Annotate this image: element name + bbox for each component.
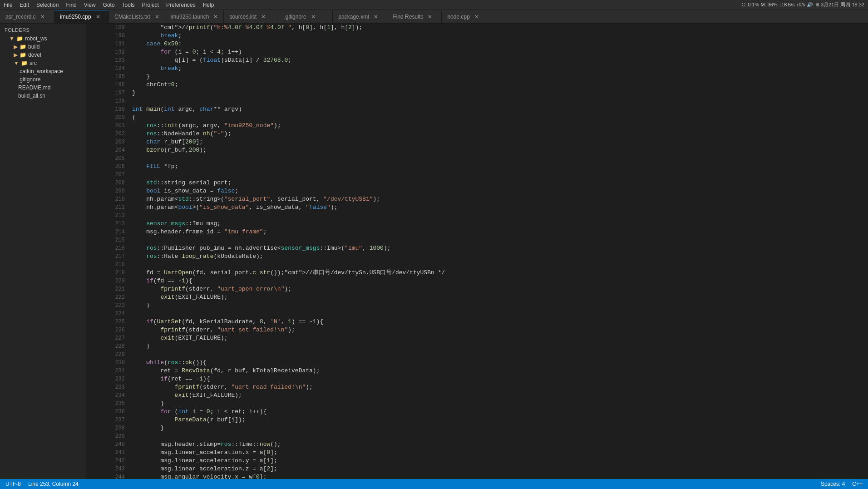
tab-find-results[interactable]: Find Results ✕ [387,10,442,23]
menu-selection[interactable]: Selection [36,2,59,8]
line-content[interactable]: ret = RecvData(fd, r_buf, kTotalReceiveD… [130,367,868,375]
tab-asr-record[interactable]: asr_record.c ✕ [0,10,54,23]
sidebar-file-gitignore[interactable]: .gitignore [0,75,86,84]
tab-close-node[interactable]: ✕ [474,14,479,20]
line-content[interactable]: q[i] = (float)sData[i] / 32768.0; [130,56,868,64]
line-content[interactable]: fprintf(stderr, "uart read failed!\n"); [130,383,868,391]
line-content[interactable]: exit(EXIT_FAILURE); [130,293,868,301]
menu-goto[interactable]: Goto [103,2,115,8]
code-scroll[interactable]: 189 "cmt">//printf("h:%4.0f %4.0f %4.0f … [86,24,868,479]
line-content[interactable]: ParseData(r_buf[i]); [130,416,868,424]
line-content[interactable]: if(ret == -1){ [130,375,868,383]
sidebar-file-catkin[interactable]: .catkin_workspace [0,67,86,75]
sidebar-file-readme[interactable]: README.md [0,84,86,92]
line-content[interactable]: msg.header.frame_id = "imu_frame"; [130,228,868,236]
line-content[interactable]: break; [130,64,868,73]
menu-find[interactable]: Find [66,2,76,8]
tab-cmakelists[interactable]: CMakeLists.txt ✕ [109,10,165,23]
line-content[interactable]: msg.linear_acceleration.x = a[0]; [130,449,868,457]
line-content[interactable]: chrCnt=0; [130,81,868,89]
folder-icon: 📁 [16,35,23,42]
line-content[interactable]: nh.param<std::string>("serial_port", ser… [130,195,868,203]
line-content[interactable]: { [130,114,868,122]
line-content[interactable]: sensor_msgs::Imu msg; [130,220,868,228]
tab-close-find[interactable]: ✕ [428,14,432,20]
menu-file[interactable]: File [4,2,12,8]
line-content[interactable]: msg.angular_velocity.x = w[0]; [130,473,868,479]
line-content[interactable]: msg.linear_acceleration.z = a[2]; [130,465,868,473]
tab-gitignore[interactable]: .gitignore ✕ [278,10,333,23]
line-content[interactable]: std::string serial_port; [130,179,868,187]
line-content[interactable]: } [130,73,868,81]
line-content[interactable]: ros::Publisher pub_imu = nh.advertise<se… [130,244,868,252]
line-content[interactable]: case 0x59: [130,40,868,48]
line-content[interactable]: bzero(r_buf,200); [130,146,868,154]
line-content[interactable]: nh.param<bool>("is_show_data", is_show_d… [130,203,868,212]
line-content[interactable]: for (i = 0; i < 4; i++) [130,48,868,56]
line-content[interactable]: fprintf(stderr, "uart_open error\n"); [130,285,868,293]
tab-sources-list[interactable]: sources.list ✕ [224,10,278,23]
line-content[interactable]: FILE *fp; [130,163,868,171]
line-content[interactable]: fd = UartOpen(fd, serial_port.c_str());"… [130,269,868,277]
menu-preferences[interactable]: Preferences [166,2,196,8]
line-content[interactable]: exit(EXIT_FAILURE); [130,391,868,400]
tab-close-package[interactable]: ✕ [374,14,378,20]
line-content[interactable]: while(ros::ok()){ [130,359,868,367]
line-content[interactable] [130,154,868,163]
sidebar-folder-build[interactable]: ▶ 📁 build [0,43,86,51]
menu-view[interactable]: View [84,2,96,8]
line-content[interactable]: if(fd == -1){ [130,277,868,285]
menu-help[interactable]: Help [203,2,214,8]
line-number: 197 [86,89,130,97]
tab-close-sources[interactable]: ✕ [261,14,266,20]
line-content[interactable] [130,97,868,105]
line-content[interactable]: msg.header.stamp=ros::Time::now(); [130,440,868,449]
line-content[interactable]: } [130,89,868,97]
sidebar-folder-src[interactable]: ▼ 📁 src [0,59,86,67]
menu-project[interactable]: Project [142,2,159,8]
tab-node-cpp[interactable]: node.cpp ✕ [442,10,496,23]
line-content[interactable]: } [130,301,868,310]
line-content[interactable] [130,310,868,318]
line-content[interactable]: } [130,400,868,408]
menu-edit[interactable]: Edit [20,2,29,8]
line-number: 223 [86,301,130,310]
line-content[interactable]: "cmt">//printf("h:%4.0f %4.0f %4.0f ", h… [130,24,868,32]
menu-tools[interactable]: Tools [122,2,135,8]
tab-close-cmakelists[interactable]: ✕ [155,14,159,20]
line-content[interactable] [130,171,868,179]
table-row: 196 chrCnt=0; [86,81,868,89]
line-content[interactable]: ros::Rate loop_rate(kUpdateRate); [130,252,868,261]
line-number: 191 [86,40,130,48]
line-content[interactable]: int main(int argc, char** argv) [130,105,868,114]
tab-close-gitignore[interactable]: ✕ [311,14,316,20]
line-content[interactable]: } [130,342,868,351]
line-content[interactable]: if(UartSet(fd, kSerialBaudrate, 8, 'N', … [130,318,868,326]
line-content[interactable] [130,261,868,269]
line-content[interactable]: ros::NodeHandle nh("-"); [130,130,868,138]
line-content[interactable]: bool is_show_data = false; [130,187,868,195]
line-content[interactable] [130,212,868,220]
tab-imu9250[interactable]: imu9250.cpp ✕ [54,10,109,23]
line-content[interactable]: for (int i = 0; i < ret; i++){ [130,408,868,416]
tab-package-xml[interactable]: package.xml ✕ [333,10,387,23]
line-content[interactable]: char r_buf[200]; [130,138,868,146]
line-content[interactable]: exit(EXIT_FAILURE); [130,334,868,342]
line-content[interactable] [130,236,868,244]
line-content[interactable]: ros::init(argc, argv, "imu9250_node"); [130,122,868,130]
tab-close-imu9250[interactable]: ✕ [96,14,100,20]
tab-close-launch[interactable]: ✕ [213,14,218,20]
line-content[interactable]: break; [130,32,868,40]
tab-imu9250-launch[interactable]: imu9250.launch ✕ [165,10,224,23]
line-content[interactable]: } [130,424,868,432]
line-content[interactable]: fprintf(stderr, "uart set failed!\n"); [130,326,868,334]
sidebar-file-build-sh[interactable]: build_all.sh [0,92,86,100]
table-row: 234 exit(EXIT_FAILURE); [86,391,868,400]
line-content[interactable]: msg.linear_acceleration.y = a[1]; [130,457,868,465]
table-row: 190 break; [86,32,868,40]
sidebar-folder-devel[interactable]: ▶ 📁 devel [0,51,86,59]
tab-close-asr-record[interactable]: ✕ [40,14,45,20]
sidebar-folder-robot-ws[interactable]: ▼ 📁 robot_ws [0,35,86,43]
line-content[interactable] [130,351,868,359]
line-content[interactable] [130,432,868,440]
